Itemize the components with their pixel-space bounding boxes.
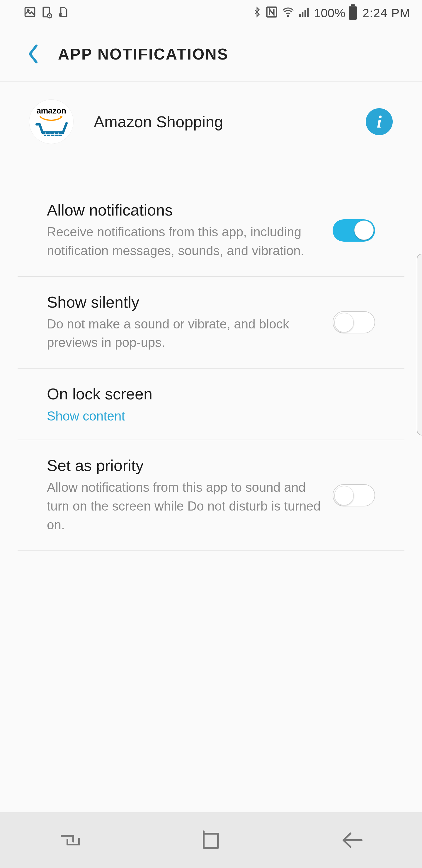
bluetooth-icon — [252, 6, 262, 21]
svg-rect-9 — [307, 8, 309, 17]
setting-title: Allow notifications — [47, 201, 321, 219]
setting-show-silently[interactable]: Show silently Do not make a sound or vib… — [18, 277, 404, 369]
battery-percent: 100% — [314, 6, 345, 20]
cellular-icon — [298, 6, 311, 21]
toggle-allow-notifications[interactable] — [333, 219, 375, 242]
setting-desc: Do not make a sound or vibrate, and bloc… — [47, 315, 321, 352]
content: amazon Amazon Shopping i — [0, 82, 422, 868]
setting-on-lock-screen[interactable]: On lock screen Show content — [18, 369, 404, 440]
status-left-icons — [24, 6, 69, 21]
setting-desc: Allow notifications from this app to sou… — [47, 478, 321, 534]
app-icon: amazon — [29, 100, 73, 144]
sim-icon — [58, 6, 69, 21]
app-header-row: amazon Amazon Shopping i — [0, 82, 422, 161]
navigation-bar — [0, 812, 422, 868]
back-nav-button[interactable] — [334, 823, 369, 858]
setting-title: Set as priority — [47, 456, 321, 474]
info-button[interactable]: i — [366, 108, 393, 135]
nfc-icon — [265, 6, 278, 21]
svg-rect-11 — [351, 4, 355, 6]
clock-time: 2:24 PM — [362, 6, 410, 20]
svg-point-1 — [28, 9, 29, 11]
recents-button[interactable] — [53, 823, 88, 858]
svg-rect-10 — [349, 6, 357, 20]
app-icon-word: amazon — [36, 107, 66, 115]
svg-rect-6 — [299, 14, 301, 17]
svg-rect-8 — [304, 10, 306, 17]
setting-desc: Receive notifications from this app, inc… — [47, 223, 321, 260]
setting-value: Show content — [47, 409, 375, 424]
titlebar: APP NOTIFICATIONS — [0, 26, 422, 82]
setting-title: Show silently — [47, 293, 321, 311]
status-right-icons: 100% 2:24 PM — [252, 4, 410, 22]
wifi-icon — [281, 6, 295, 21]
app-name: Amazon Shopping — [94, 113, 345, 131]
scroll-indicator[interactable] — [417, 254, 422, 435]
back-button[interactable] — [26, 43, 40, 64]
toggle-show-silently[interactable] — [333, 311, 375, 333]
cart-icon — [34, 122, 69, 137]
amazon-smile-icon — [39, 116, 63, 121]
setting-set-as-priority[interactable]: Set as priority Allow notifications from… — [18, 440, 404, 551]
setting-allow-notifications[interactable]: Allow notifications Receive notification… — [18, 185, 404, 277]
svg-rect-7 — [302, 12, 303, 17]
toggle-set-as-priority[interactable] — [333, 484, 375, 506]
home-button[interactable] — [193, 823, 229, 858]
status-bar: 100% 2:24 PM — [0, 0, 422, 26]
settings-list: Allow notifications Receive notification… — [0, 161, 422, 551]
page-title: APP NOTIFICATIONS — [58, 45, 229, 63]
picture-icon — [24, 6, 36, 21]
media-icon — [40, 6, 53, 21]
svg-point-5 — [288, 15, 289, 16]
battery-icon — [349, 4, 357, 22]
setting-title: On lock screen — [47, 385, 375, 403]
